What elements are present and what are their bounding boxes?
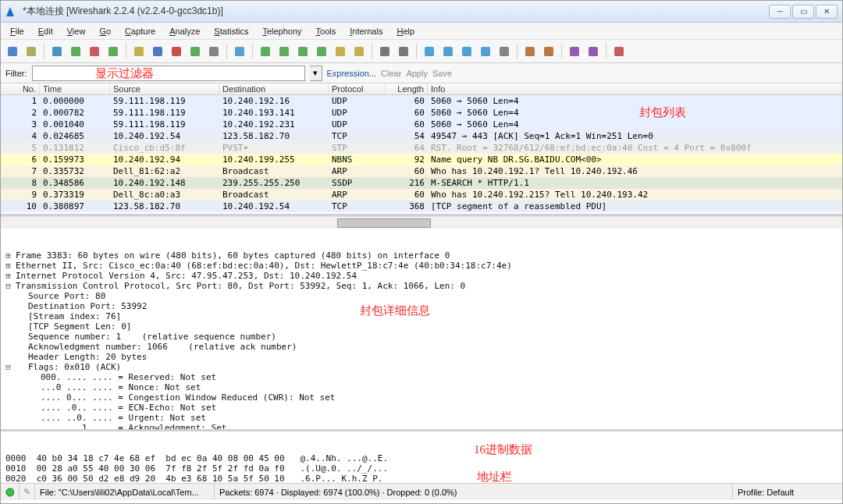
reload-icon[interactable] <box>187 43 204 60</box>
go-forward-icon[interactable] <box>276 43 293 60</box>
go-up-icon[interactable] <box>294 43 311 60</box>
tree-node[interactable]: ⊟Transmission Control Protocol, Src Port… <box>4 281 839 291</box>
capture-filters-icon[interactable] <box>521 43 539 60</box>
table-row[interactable]: 50.131812Cisco_cb:d5:8fPVST+STP64RST. Ro… <box>1 142 842 154</box>
tree-toggle-icon[interactable]: ⊞ <box>4 261 12 271</box>
tree-node[interactable]: Sequence number: 1 (relative sequence nu… <box>4 332 839 342</box>
go-back-icon[interactable] <box>257 43 274 60</box>
stop-capture-icon[interactable] <box>86 43 103 60</box>
table-row[interactable]: 80.34858610.240.192.148239.255.255.250SS… <box>1 177 842 189</box>
status-profile[interactable]: Profile: Default <box>733 484 842 500</box>
restart-capture-icon[interactable] <box>105 43 122 60</box>
table-row[interactable]: 70.335732Dell_81:62:a2BroadcastARP60Who … <box>1 165 842 177</box>
go-down-icon[interactable] <box>313 43 330 60</box>
menu-go[interactable]: Go <box>93 25 117 37</box>
save-file-icon[interactable] <box>149 43 166 60</box>
go-first-icon[interactable] <box>350 43 368 60</box>
close-button[interactable]: ✕ <box>816 5 838 19</box>
expression-button[interactable]: Expression... <box>327 69 377 78</box>
coloring-rules-icon[interactable] <box>566 43 583 60</box>
open-file-icon[interactable] <box>130 43 148 60</box>
table-row[interactable]: 10.00000059.111.198.11910.240.192.16UDP6… <box>1 95 842 107</box>
packet-list-pane[interactable]: No. Time Source Destination Protocol Len… <box>1 83 842 216</box>
zoom-out-icon[interactable] <box>439 43 457 60</box>
filter-dropdown[interactable]: ▾ <box>310 66 322 81</box>
interfaces-icon[interactable] <box>23 43 40 60</box>
col-time[interactable]: Time <box>40 83 110 94</box>
tree-toggle-icon[interactable]: ⊟ <box>4 281 12 291</box>
close-file-icon[interactable] <box>168 43 185 60</box>
packet-details-pane[interactable]: ⊞Frame 3383: 60 bytes on wire (480 bits)… <box>1 229 842 431</box>
hex-line[interactable]: 0020 c0 36 00 50 d2 e8 d9 20 4b e3 68 10… <box>5 474 838 483</box>
hex-line[interactable]: 0000 40 b0 34 18 c7 4e 68 ef bd ec 0a 40… <box>5 453 838 463</box>
tree-node[interactable]: Header Length: 20 bytes <box>4 352 839 362</box>
tree-node[interactable]: ⊟Flags: 0x010 (ACK) <box>4 362 839 372</box>
help-icon[interactable] <box>610 43 628 60</box>
expert-info-button[interactable] <box>1 484 20 500</box>
table-row[interactable]: 20.00078259.111.198.11910.240.193.141UDP… <box>1 107 842 119</box>
menu-file[interactable]: File <box>4 25 30 37</box>
tree-node[interactable]: Acknowledgment number: 1066 (relative ac… <box>4 342 839 352</box>
tree-node[interactable]: ⊞Ethernet II, Src: Cisco_ec:0a:40 (68:ef… <box>4 261 839 271</box>
minimize-button[interactable]: ─ <box>769 5 791 19</box>
packet-bytes-pane[interactable]: 0000 40 b0 34 18 c7 4e 68 ef bd ec 0a 40… <box>1 431 842 483</box>
col-protocol[interactable]: Protocol <box>329 83 385 94</box>
table-row[interactable]: 30.00104059.111.198.11910.240.192.231UDP… <box>1 119 842 130</box>
col-info[interactable]: Info <box>428 83 842 94</box>
edit-icon[interactable]: ✎ <box>20 484 35 500</box>
tree-node[interactable]: [Stream index: 76] <box>4 311 839 321</box>
col-no[interactable]: No. <box>1 83 40 94</box>
col-source[interactable]: Source <box>110 83 219 94</box>
table-row[interactable]: 90.373319Dell_8c:a0:a3BroadcastARP60Who … <box>1 189 842 201</box>
tree-node[interactable]: 000. .... .... = Reserved: Not set <box>4 372 839 382</box>
clear-button[interactable]: Clear <box>381 69 401 78</box>
maximize-button[interactable]: ▭ <box>792 5 814 19</box>
print-icon[interactable] <box>205 43 222 60</box>
col-destination[interactable]: Destination <box>219 83 329 94</box>
auto-scroll-icon[interactable] <box>395 43 412 60</box>
tree-node[interactable]: ...0 .... .... = Nonce: Not set <box>4 382 839 392</box>
start-capture-icon[interactable] <box>67 43 84 60</box>
zoom-in-icon[interactable] <box>421 43 438 60</box>
resize-cols-icon[interactable] <box>496 43 513 60</box>
hex-line[interactable]: 0010 00 28 a0 55 40 00 30 06 7f f8 2f 5f… <box>5 463 838 474</box>
tree-node[interactable]: [TCP Segment Len: 0] <box>4 321 839 332</box>
tree-node[interactable]: Destination Port: 53992 <box>4 301 839 311</box>
prefs-icon[interactable] <box>585 43 602 60</box>
menu-help[interactable]: Help <box>390 25 421 37</box>
tree-node[interactable]: .... .0.. .... = ECN-Echo: Not set <box>4 403 839 413</box>
save-button[interactable]: Save <box>432 69 452 78</box>
menu-view[interactable]: View <box>61 25 92 37</box>
menu-statistics[interactable]: Statistics <box>208 25 254 37</box>
find-icon[interactable] <box>231 43 248 60</box>
zoom-reset-icon[interactable] <box>458 43 475 60</box>
go-last-icon[interactable] <box>332 43 349 60</box>
display-filters-icon[interactable] <box>540 43 557 60</box>
tree-node[interactable]: ⊞Frame 3383: 60 bytes on wire (480 bits)… <box>4 250 839 261</box>
list-icon[interactable] <box>4 43 21 60</box>
tree-node[interactable]: .... ..0. .... = Urgent: Not set <box>4 413 839 423</box>
menu-internals[interactable]: Internals <box>343 25 389 37</box>
apply-button[interactable]: Apply <box>406 69 428 78</box>
tree-node[interactable]: .... ...1 .... = Acknowledgment: Set <box>4 423 839 431</box>
shark-fin-icon[interactable] <box>48 43 66 60</box>
filter-input[interactable]: 显示过滤器 <box>32 66 305 81</box>
table-row[interactable]: 60.15997310.240.192.9410.240.199.255NBNS… <box>1 154 842 165</box>
tree-toggle-icon[interactable]: ⊞ <box>4 250 12 261</box>
table-row[interactable]: 100.380897123.58.182.7010.240.192.54TCP3… <box>1 201 842 212</box>
colorize-icon[interactable] <box>376 43 393 60</box>
table-row[interactable]: 40.02468510.240.192.54123.58.182.70TCP54… <box>1 130 842 142</box>
menu-tools[interactable]: Tools <box>310 25 343 37</box>
tree-toggle-icon[interactable]: ⊟ <box>4 362 12 372</box>
col-length[interactable]: Length <box>385 83 428 94</box>
tree-node[interactable]: ⊞Internet Protocol Version 4, Src: 47.95… <box>4 271 839 281</box>
menu-telephony[interactable]: Telephony <box>256 25 308 37</box>
menu-capture[interactable]: Capture <box>119 25 162 37</box>
tree-toggle-icon[interactable]: ⊞ <box>4 271 12 281</box>
packet-list-hscroll[interactable] <box>1 216 842 229</box>
tree-node[interactable]: .... 0... .... = Congestion Window Reduc… <box>4 392 839 403</box>
menu-analyze[interactable]: Analyze <box>163 25 206 37</box>
zoom-fit-icon[interactable] <box>477 43 494 60</box>
tree-node[interactable]: Source Port: 80 <box>4 291 839 301</box>
menu-edit[interactable]: Edit <box>32 25 59 37</box>
